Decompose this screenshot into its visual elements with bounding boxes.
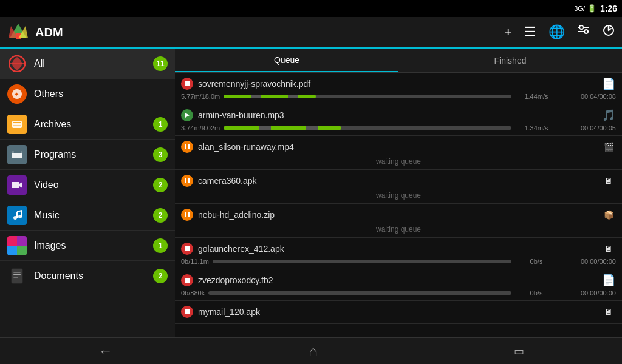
progress-size: 3.74m/9.02m [181,124,220,132]
status-icon-pause[interactable] [181,141,193,153]
status-icon-stop[interactable] [181,78,193,90]
main-layout: All 11 ✦ Others Archives 1 Programs 3 [0,49,622,337]
svg-line-27 [17,211,22,212]
file-icon-app: 🖥 [601,305,616,319]
sidebar-item-archives[interactable]: Archives 1 [0,109,175,140]
programs-icon [7,145,27,164]
filename: camera360.apk [198,176,601,186]
download-item: golauncherex_412.apk 🖥 0b/11.1m 0b/s 00:… [175,238,622,269]
app-title: ADM [35,25,504,39]
download-item: armin-van-buuren.mp3 🎵 3.74m/9.02m 1.34m… [175,104,622,136]
progress-bar [224,95,316,98]
sidebar-label-programs: Programs [34,149,153,160]
svg-marker-38 [185,113,190,118]
settings-button[interactable] [577,24,590,41]
sidebar-badge-all: 11 [153,56,168,71]
download-item: nebu-hd_adelino.zip 📦 waiting queue [175,204,622,238]
images-icon [7,236,27,255]
file-icon-app: 🖥 [601,174,616,188]
speed: 1.34m/s [515,124,558,132]
svg-point-7 [584,30,588,33]
svg-rect-45 [185,246,190,251]
waiting-label: waiting queue [181,224,616,235]
status-icon-stop[interactable] [181,274,193,286]
file-icon-app: 🖥 [601,241,616,256]
sidebar-badge-video: 2 [153,178,168,192]
battery-icon: 🔋 [587,4,596,13]
all-icon [7,54,27,73]
status-icon-pause[interactable] [181,175,193,187]
svg-rect-33 [12,269,22,283]
sidebar-item-music[interactable]: Music 2 [0,200,175,231]
waiting-label: waiting queue [181,156,616,167]
bottom-nav: ← ⌂ ▭ [0,337,622,364]
app-logo [7,21,29,43]
sidebar-badge-music: 2 [153,208,168,223]
sidebar-badge-programs: 3 [153,147,168,162]
sidebar-item-images[interactable]: Images 1 [0,231,175,261]
menu-button[interactable]: ☰ [524,24,536,40]
sidebar-item-documents[interactable]: Documents 2 [0,261,175,291]
sidebar-item-programs[interactable]: Programs 3 [0,140,175,170]
sidebar-label-archives: Archives [34,119,153,130]
sidebar-badge-images: 1 [153,238,168,253]
video-icon [7,175,27,195]
sidebar-label-documents: Documents [34,271,153,281]
svg-rect-36 [13,277,18,278]
back-button[interactable]: ← [98,343,112,360]
filename: nebu-hd_adelino.zip [198,210,601,220]
progress-bar [224,126,341,130]
power-button[interactable] [603,24,615,40]
others-icon: ✦ [7,84,27,104]
progress-bar-container [224,126,511,130]
time-info: 00:04/00:08 [561,93,616,100]
sidebar-item-others[interactable]: ✦ Others [0,79,175,109]
svg-rect-46 [185,278,190,283]
add-button[interactable]: + [504,24,512,40]
toolbar-actions: + ☰ 🌐 [504,24,615,41]
svg-rect-17 [13,125,21,126]
time-info: 00:00/00:00 [561,258,616,265]
time-info: 00:04/00:05 [561,124,616,132]
svg-rect-44 [188,212,190,217]
status-icon-pause[interactable] [181,209,193,221]
sidebar-label-video: Video [34,180,153,190]
status-icon-stop[interactable] [181,306,193,318]
file-icon-pdf: 📄 [601,273,616,288]
file-icon-pdf: 📄 [601,76,616,91]
archives-icon [7,115,27,134]
clock: 1:26 [600,4,617,13]
speed: 0b/s [515,289,558,297]
filename: zvezdoproxodcy.fb2 [198,275,601,285]
svg-rect-42 [188,178,190,183]
sidebar-item-all[interactable]: All 11 [0,49,175,79]
filename: mymail_120.apk [198,307,601,317]
status-icon-play[interactable] [181,109,193,121]
svg-rect-15 [13,122,21,123]
svg-rect-31 [7,246,17,255]
svg-rect-16 [13,124,21,124]
speed: 0b/s [515,258,558,265]
waiting-label: waiting queue [181,190,616,201]
tab-finished[interactable]: Finished [398,49,622,72]
globe-button[interactable]: 🌐 [549,24,565,40]
recent-button[interactable]: ▭ [514,345,524,358]
svg-rect-22 [12,182,19,188]
sidebar-item-video[interactable]: Video 2 [0,170,175,200]
svg-text:✦: ✦ [14,91,19,98]
home-button[interactable]: ⌂ [309,343,318,360]
sidebar-badge-archives: 1 [153,117,168,132]
download-item: sovremennyjj-spravochnik.pdf 📄 5.77m/18.… [175,73,622,104]
documents-icon [7,266,27,286]
status-icon-stop[interactable] [181,243,193,255]
progress-size: 5.77m/18.0m [181,93,220,100]
download-item: alan_silson-runaway.mp4 🎬 waiting queue [175,136,622,170]
signal-indicator: 3G/ [574,5,585,12]
svg-point-20 [13,151,15,152]
svg-rect-35 [13,274,21,275]
tab-queue[interactable]: Queue [175,49,398,72]
svg-rect-29 [7,236,17,246]
file-icon-music: 🎵 [601,108,616,123]
download-list: sovremennyjj-spravochnik.pdf 📄 5.77m/18.… [175,73,622,337]
svg-rect-41 [185,178,186,183]
